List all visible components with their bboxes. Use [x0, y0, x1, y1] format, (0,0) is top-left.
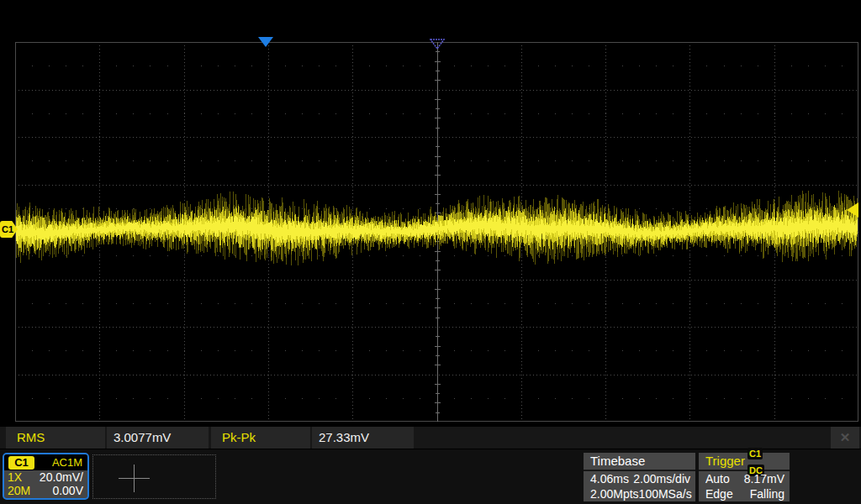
- channel1-coupling: AC1M: [34, 456, 87, 469]
- channel1-header: C1 AC1M: [4, 454, 87, 470]
- channel1-row-scale: 1X 20.0mV/: [4, 470, 87, 484]
- timebase-scale: 2.00ms/div: [633, 471, 690, 486]
- trigger-level-marker[interactable]: [847, 202, 858, 218]
- timebase-sample-rate: 100MSa/s: [639, 486, 692, 501]
- trigger-slope: Falling: [750, 486, 784, 501]
- trigger-row-1: Auto 8.17mV: [699, 471, 790, 486]
- timebase-memory-depth: 2.00Mpts: [590, 486, 639, 501]
- channel1-attenuation: 1X: [8, 470, 22, 484]
- close-measurements-button[interactable]: ✕: [831, 427, 859, 449]
- scope-canvas: [15, 42, 858, 422]
- timebase-title-label: Timebase: [590, 453, 645, 470]
- trigger-type: Edge: [705, 486, 733, 501]
- channel1-bandwidth: 20M: [8, 484, 30, 497]
- trigger-descriptor-box[interactable]: Trigger C1 DC Auto 8.17mV Edge Falling: [699, 453, 790, 501]
- trigger-source-badge: C1: [747, 448, 763, 459]
- timebase-title: Timebase: [584, 453, 695, 471]
- trigger-mode: Auto: [705, 471, 730, 486]
- timebase-descriptor-box[interactable]: Timebase 4.06ms 2.00ms/div 2.00Mpts 100M…: [584, 453, 695, 501]
- measurement-label-rms[interactable]: RMS: [6, 427, 105, 449]
- channel1-offset: 0.00V: [52, 484, 83, 497]
- waveform-display[interactable]: [15, 42, 858, 422]
- top-menu-bar: [0, 0, 861, 37]
- channel1-row-offset: 20M 0.00V: [4, 484, 87, 497]
- status-bar: C1 AC1M 1X 20.0mV/ 20M 0.00V Timebase 4.…: [0, 449, 861, 504]
- channel1-badge: C1: [8, 456, 34, 470]
- timebase-row-1: 4.06ms 2.00ms/div: [584, 471, 695, 486]
- timebase-row-2: 2.00Mpts 100MSa/s: [584, 486, 695, 501]
- measurement-value-rms[interactable]: 3.0077mV: [107, 427, 209, 449]
- measurement-bar: RMS 3.0077mV Pk-Pk 27.33mV ✕: [0, 427, 861, 449]
- channel1-descriptor-box[interactable]: C1 AC1M 1X 20.0mV/ 20M 0.00V: [3, 453, 89, 500]
- delay-reference-marker: [430, 39, 445, 50]
- oscilloscope-screen: C1 RMS 3.0077mV Pk-Pk 27.33mV ✕ C1 AC1M …: [0, 0, 861, 504]
- trigger-position-marker[interactable]: [258, 37, 273, 47]
- timebase-delay: 4.06ms: [590, 471, 629, 486]
- trigger-level: 8.17mV: [744, 471, 784, 486]
- trigger-row-2: Edge Falling: [699, 486, 790, 501]
- measurement-value-pkpk[interactable]: 27.33mV: [312, 427, 414, 449]
- channel1-volts-per-div: 20.0mV/: [40, 470, 83, 484]
- trigger-title-label: Trigger: [705, 453, 745, 470]
- close-icon: ✕: [840, 430, 851, 444]
- add-channel-slot[interactable]: [92, 454, 216, 499]
- measurement-label-pkpk[interactable]: Pk-Pk: [211, 427, 310, 449]
- trigger-header: Trigger C1 DC: [699, 453, 790, 471]
